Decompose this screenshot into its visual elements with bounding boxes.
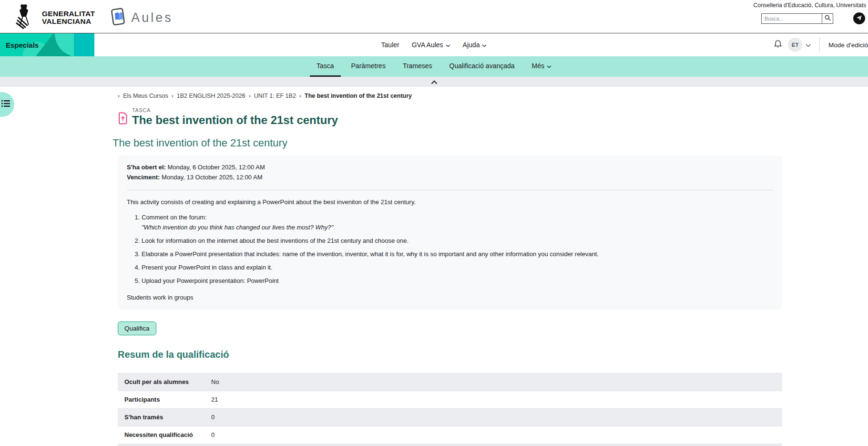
breadcrumb-separator: › <box>118 93 120 99</box>
banner-nav-row: Especials TaulerGVA AulesAjuda ET Mode d… <box>0 33 868 56</box>
due-date-line: Venciment: Monday, 13 October 2025, 12:0… <box>127 173 773 183</box>
main-content: ›Els Meus Cursos›1B2 ENGLISH 2025-2026›U… <box>118 93 782 446</box>
notifications-button[interactable] <box>774 40 782 51</box>
title-texts: TASCA The best invention of the 21st cen… <box>132 107 338 127</box>
nav-item-ajuda[interactable]: Ajuda <box>463 41 487 49</box>
aules-app-name: Aules <box>131 10 173 25</box>
header-right: Conselleria d'Educació, Cultura, Univers… <box>754 2 866 24</box>
opened-value: Monday, 6 October 2025, 12:00 AM <box>167 164 265 171</box>
chevron-down-icon <box>806 41 811 49</box>
breadcrumb-item-els-meus-cursos[interactable]: Els Meus Cursos <box>123 93 168 99</box>
tab-label: Tasca <box>317 62 334 70</box>
nav-item-gva-aules[interactable]: GVA Aules <box>412 41 450 49</box>
gva-logo-line2: VALENCIANA <box>42 18 95 25</box>
step-text: Elaborate a PowerPoint presentation that… <box>142 250 773 259</box>
summary-row-label: Ocult per als alumnes <box>118 373 204 391</box>
tab-label: Més <box>532 62 544 70</box>
search-input[interactable] <box>761 13 822 24</box>
search-button[interactable] <box>822 13 833 24</box>
nav-item-label: Tauler <box>381 41 399 49</box>
breadcrumb: ›Els Meus Cursos›1B2 ENGLISH 2025-2026›U… <box>118 93 782 99</box>
course-index-drawer-toggle[interactable] <box>0 92 14 117</box>
tab-trameses[interactable]: Trameses <box>396 56 439 77</box>
send-button[interactable] <box>853 12 865 24</box>
conselleria-text: Conselleria d'Educació, Cultura, Univers… <box>754 2 866 9</box>
aules-logo[interactable]: Aules <box>110 8 173 28</box>
nav-item-label: GVA Aules <box>412 41 443 49</box>
activity-step: Elaborate a PowerPoint presentation that… <box>142 250 773 259</box>
activity-step: Comment on the forum:"Which invention do… <box>142 213 773 233</box>
chevron-down-icon <box>482 41 487 49</box>
gva-crest-logo <box>13 4 35 31</box>
grading-summary-body: Ocult per als alumnesNoParticipants21S'h… <box>118 373 782 446</box>
activity-steps-list: Comment on the forum:"Which invention do… <box>127 213 773 286</box>
tab-label: Paràmetres <box>351 62 386 70</box>
document-upload-icon <box>118 112 128 126</box>
top-header: GENERALITAT VALENCIANA Aules Conselleria… <box>0 0 868 33</box>
title-block: TASCA The best invention of the 21st cen… <box>118 107 782 127</box>
summary-row-value: 0 <box>204 408 782 426</box>
table-row: Participants21 <box>118 391 782 408</box>
opened-label: S'ha obert el: <box>127 164 166 171</box>
summary-row-label: Participants <box>118 391 204 408</box>
grading-summary-table: Ocult per als alumnesNoParticipants21S'h… <box>118 373 782 446</box>
step-text: Upload your Powerpoint presentation: Pow… <box>142 277 773 286</box>
table-row: Ocult per als alumnesNo <box>118 373 782 391</box>
summary-row-value: 0 <box>204 426 782 444</box>
step-quote: "Which invention do you think has change… <box>142 223 773 232</box>
paper-plane-icon <box>856 14 862 23</box>
breadcrumb-separator: › <box>172 93 174 99</box>
due-label: Venciment: <box>127 174 160 181</box>
summary-row-label: S'han tramés <box>118 408 204 426</box>
tab-tasca[interactable]: Tasca <box>310 56 341 77</box>
magnifier-icon <box>825 15 831 22</box>
gva-logo-text: GENERALITAT VALENCIANA <box>42 10 95 25</box>
list-icon <box>0 100 10 109</box>
gva-logo-line1: GENERALITAT <box>42 10 95 18</box>
opened-date-line: S'ha obert el: Monday, 6 October 2025, 1… <box>127 163 773 173</box>
table-row: Necessiten qualificació0 <box>118 426 782 444</box>
main-nav: TaulerGVA AulesAjuda <box>0 33 868 56</box>
aules-tablet-icon <box>110 8 126 28</box>
summary-row-label: Temps restant <box>118 444 204 446</box>
summary-row-label: Necessiten qualificació <box>118 426 204 444</box>
summary-row-value: No <box>204 373 782 391</box>
table-row: Temps restant6 dies 2 hores <box>118 444 782 446</box>
page-title: The best invention of the 21st century <box>132 114 338 127</box>
tab-label: Trameses <box>403 62 432 70</box>
tab-label: Qualificació avançada <box>449 62 515 70</box>
groups-note: Students work in groups <box>127 294 773 301</box>
step-text: Present your PowerPoint in class and exp… <box>142 263 773 272</box>
chevron-up-icon <box>431 78 438 86</box>
table-row: S'han tramés0 <box>118 408 782 426</box>
brand-area: GENERALITAT VALENCIANA Aules <box>13 4 173 31</box>
nav-item-label: Ajuda <box>463 41 480 49</box>
search-row <box>754 12 866 24</box>
nav-right: ET Mode d'edició <box>774 33 868 56</box>
breadcrumb-item-unit-1-ef-1b2[interactable]: UNIT 1: EF 1B2 <box>254 93 296 99</box>
activity-step: Look for information on the internet abo… <box>142 237 773 246</box>
breadcrumb-item-1b2-english-2025-2026[interactable]: 1B2 ENGLISH 2025-2026 <box>177 93 245 99</box>
nav-item-tauler[interactable]: Tauler <box>381 41 399 49</box>
nav-divider <box>819 38 820 52</box>
user-menu[interactable]: ET <box>788 38 811 52</box>
course-category-label: Especials <box>6 41 39 49</box>
grade-button[interactable]: Qualifica <box>118 322 156 335</box>
breadcrumb-separator: › <box>249 93 251 99</box>
activity-tab-bar: TascaParàmetresTramesesQualificació avan… <box>0 56 868 77</box>
chevron-down-icon <box>446 41 450 49</box>
grading-summary-title: Resum de la qualificació <box>118 349 782 360</box>
tab-parametres[interactable]: Paràmetres <box>345 56 392 77</box>
avatar: ET <box>788 38 802 52</box>
breadcrumb-item-the-best-invention-of-the-21st-century: The best invention of the 21st century <box>305 93 412 99</box>
summary-row-value: 21 <box>204 391 782 408</box>
activity-subtitle: The best invention of the 21st century <box>112 137 782 149</box>
tab-mes[interactable]: Més <box>525 56 558 77</box>
activity-description-box: S'ha obert el: Monday, 6 October 2025, 1… <box>118 156 782 310</box>
box-divider <box>127 190 773 190</box>
activity-type-label: TASCA <box>132 107 338 113</box>
tab-qualificacio-avancada[interactable]: Qualificació avançada <box>443 56 521 77</box>
activity-step: Present your PowerPoint in class and exp… <box>142 263 773 272</box>
collapse-strip[interactable] <box>0 77 868 87</box>
edit-mode-label[interactable]: Mode d'edició <box>828 41 868 49</box>
